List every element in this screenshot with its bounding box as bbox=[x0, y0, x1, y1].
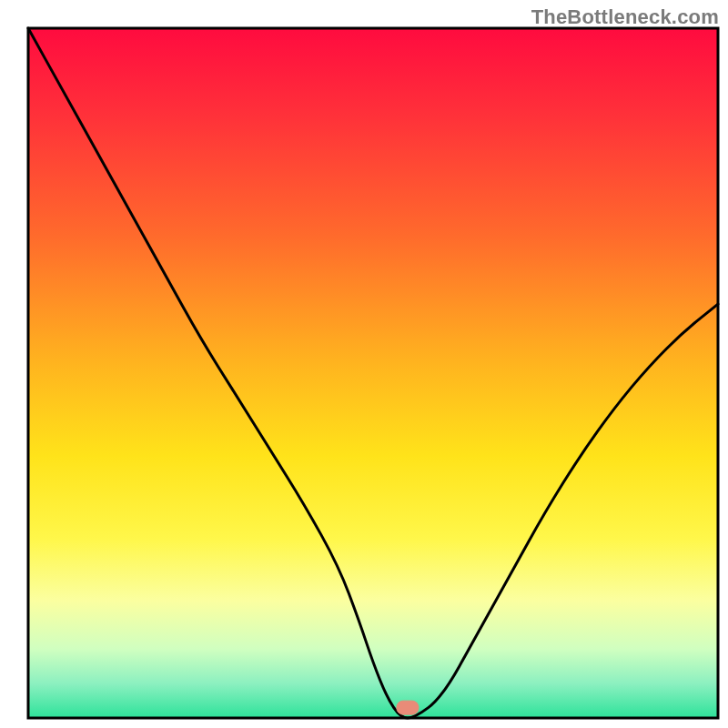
attribution-label: TheBottleneck.com bbox=[531, 5, 719, 29]
chart-container: TheBottleneck.com bbox=[0, 0, 728, 728]
bottleneck-chart bbox=[0, 0, 728, 728]
optimal-marker bbox=[397, 701, 419, 714]
plot-background bbox=[28, 28, 718, 718]
